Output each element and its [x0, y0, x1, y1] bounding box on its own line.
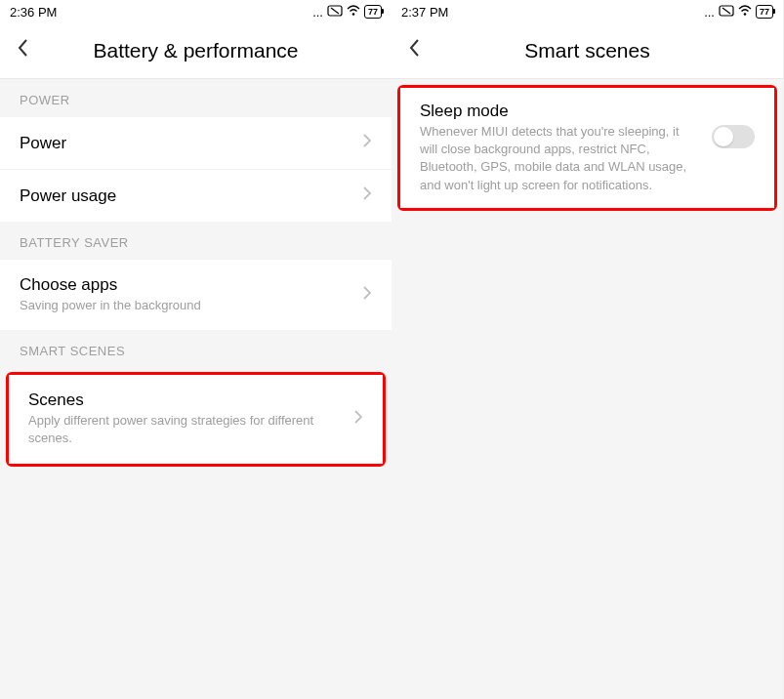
chevron-right-icon — [362, 185, 372, 206]
back-button[interactable] — [407, 37, 421, 64]
list-item-title: Choose apps — [20, 275, 354, 295]
status-dots-icon: ... — [312, 5, 323, 20]
screen-battery-performance: 2:36 PM ... 77 Battery & performance POW… — [0, 0, 392, 699]
page-title: Smart scenes — [407, 39, 767, 62]
svg-line-1 — [331, 8, 339, 14]
svg-point-5 — [744, 13, 747, 16]
no-sim-icon — [327, 5, 343, 20]
list-item-scenes[interactable]: Scenes Apply different power saving stra… — [9, 375, 383, 463]
page-title: Battery & performance — [16, 39, 376, 62]
back-button[interactable] — [16, 37, 29, 64]
toggle-knob — [714, 127, 733, 146]
status-dots-icon: ... — [704, 5, 715, 20]
chevron-right-icon — [362, 285, 372, 306]
list-item-choose-apps[interactable]: Choose apps Saving power in the backgrou… — [0, 260, 392, 330]
list-item-subtitle: Whenever MIUI detects that you're sleepi… — [420, 123, 700, 194]
wifi-icon — [347, 5, 360, 20]
status-time: 2:36 PM — [10, 5, 57, 20]
list-item-sleep-mode[interactable]: Sleep mode Whenever MIUI detects that yo… — [400, 88, 774, 208]
status-bar: 2:36 PM ... 77 — [0, 0, 392, 23]
settings-content: POWER Power Power usage BATTERY SAVER — [0, 79, 392, 699]
svg-line-4 — [722, 8, 730, 14]
list-item-subtitle: Saving power in the background — [20, 297, 354, 314]
section-header-power: POWER — [0, 79, 392, 117]
status-indicators: ... 77 — [312, 5, 382, 20]
status-time: 2:37 PM — [401, 5, 448, 20]
battery-icon: 77 — [364, 5, 382, 19]
wifi-icon — [738, 5, 752, 20]
section-header-battery-saver: BATTERY SAVER — [0, 222, 392, 260]
header: Battery & performance — [0, 23, 392, 78]
list-item-power[interactable]: Power — [0, 117, 392, 170]
list-item-title: Power usage — [20, 186, 354, 206]
highlight-annotation: Sleep mode Whenever MIUI detects that yo… — [397, 85, 777, 211]
list-item-title: Scenes — [28, 391, 346, 410]
battery-icon: 77 — [756, 5, 773, 19]
sleep-mode-toggle[interactable] — [712, 125, 755, 148]
list-item-power-usage[interactable]: Power usage — [0, 170, 392, 222]
settings-content: Sleep mode Whenever MIUI detects that yo… — [392, 79, 783, 699]
screen-smart-scenes: 2:37 PM ... 77 Smart scenes Sleep mode W… — [392, 0, 783, 699]
no-sim-icon — [719, 5, 734, 20]
header: Smart scenes — [392, 23, 783, 78]
list-item-title: Sleep mode — [420, 102, 700, 121]
highlight-annotation: Scenes Apply different power saving stra… — [6, 372, 386, 466]
list-item-subtitle: Apply different power saving strategies … — [28, 412, 346, 447]
svg-point-2 — [352, 13, 355, 16]
status-bar: 2:37 PM ... 77 — [392, 0, 783, 23]
list-item-title: Power — [20, 134, 354, 153]
chevron-right-icon — [353, 409, 363, 430]
section-header-smart-scenes: SMART SCENES — [0, 330, 392, 368]
status-indicators: ... 77 — [704, 5, 773, 20]
chevron-right-icon — [362, 133, 372, 153]
